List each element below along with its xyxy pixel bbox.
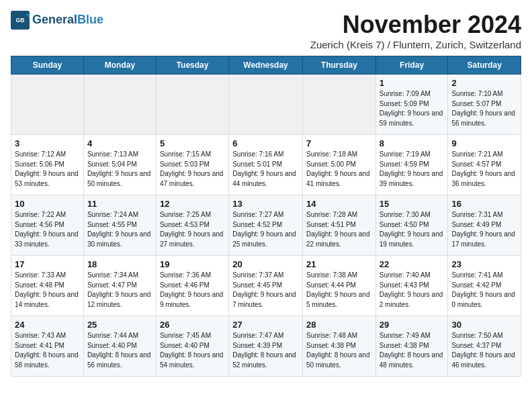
day-number: 18: [87, 259, 152, 269]
day-info: Sunrise: 7:09 AM Sunset: 5:09 PM Dayligh…: [380, 89, 445, 128]
logo-blue: Blue: [77, 13, 103, 26]
logo-icon: GB: [11, 11, 30, 30]
day-number: 28: [306, 320, 372, 330]
day-info: Sunrise: 7:34 AM Sunset: 4:47 PM Dayligh…: [87, 271, 152, 310]
day-number: 3: [15, 138, 80, 148]
day-number: 23: [451, 259, 517, 269]
header-day-tuesday: Tuesday: [156, 56, 228, 75]
day-number: 22: [380, 259, 445, 269]
day-number: 20: [232, 259, 299, 269]
svg-text:GB: GB: [16, 17, 25, 24]
day-number: 2: [451, 78, 517, 88]
day-info: Sunrise: 7:38 AM Sunset: 4:44 PM Dayligh…: [306, 271, 372, 310]
day-number: 17: [15, 259, 80, 269]
day-info: Sunrise: 7:10 AM Sunset: 5:07 PM Dayligh…: [451, 89, 517, 128]
day-number: 26: [160, 320, 225, 330]
day-info: Sunrise: 7:37 AM Sunset: 4:45 PM Dayligh…: [232, 271, 299, 310]
day-info: Sunrise: 7:13 AM Sunset: 5:04 PM Dayligh…: [87, 150, 152, 189]
day-number: 13: [232, 199, 299, 209]
day-cell: 24Sunrise: 7:43 AM Sunset: 4:41 PM Dayli…: [11, 316, 84, 377]
day-number: 29: [380, 320, 445, 330]
day-info: Sunrise: 7:49 AM Sunset: 4:38 PM Dayligh…: [380, 331, 445, 370]
calendar-table: SundayMondayTuesdayWednesdayThursdayFrid…: [11, 56, 521, 377]
day-number: 9: [451, 138, 517, 148]
day-info: Sunrise: 7:50 AM Sunset: 4:37 PM Dayligh…: [451, 331, 517, 370]
header-day-saturday: Saturday: [448, 56, 521, 75]
month-title: November 2024: [310, 11, 521, 39]
week-row-4: 17Sunrise: 7:33 AM Sunset: 4:48 PM Dayli…: [11, 256, 521, 316]
day-number: 21: [306, 259, 372, 269]
day-number: 7: [306, 138, 372, 148]
day-info: Sunrise: 7:28 AM Sunset: 4:51 PM Dayligh…: [306, 210, 372, 249]
day-number: 11: [87, 199, 152, 209]
day-cell: 23Sunrise: 7:41 AM Sunset: 4:42 PM Dayli…: [448, 256, 521, 316]
day-info: Sunrise: 7:21 AM Sunset: 4:57 PM Dayligh…: [451, 150, 517, 189]
day-number: 4: [87, 138, 152, 148]
day-cell: 4Sunrise: 7:13 AM Sunset: 5:04 PM Daylig…: [83, 135, 156, 195]
day-number: 19: [160, 259, 225, 269]
day-info: Sunrise: 7:36 AM Sunset: 4:46 PM Dayligh…: [160, 271, 225, 310]
day-cell: 14Sunrise: 7:28 AM Sunset: 4:51 PM Dayli…: [302, 195, 375, 256]
day-cell: 20Sunrise: 7:37 AM Sunset: 4:45 PM Dayli…: [229, 256, 303, 316]
day-info: Sunrise: 7:24 AM Sunset: 4:55 PM Dayligh…: [87, 210, 152, 249]
day-info: Sunrise: 7:33 AM Sunset: 4:48 PM Dayligh…: [15, 271, 80, 310]
day-cell: 9Sunrise: 7:21 AM Sunset: 4:57 PM Daylig…: [448, 135, 521, 195]
day-cell: 21Sunrise: 7:38 AM Sunset: 4:44 PM Dayli…: [302, 256, 375, 316]
header-day-wednesday: Wednesday: [229, 56, 303, 75]
day-info: Sunrise: 7:47 AM Sunset: 4:39 PM Dayligh…: [232, 331, 299, 370]
day-info: Sunrise: 7:12 AM Sunset: 5:06 PM Dayligh…: [15, 150, 80, 189]
day-info: Sunrise: 7:19 AM Sunset: 4:59 PM Dayligh…: [380, 150, 445, 189]
day-info: Sunrise: 7:25 AM Sunset: 4:53 PM Dayligh…: [160, 210, 225, 249]
header-row: SundayMondayTuesdayWednesdayThursdayFrid…: [11, 56, 521, 75]
day-cell: 29Sunrise: 7:49 AM Sunset: 4:38 PM Dayli…: [375, 316, 448, 377]
day-cell: 8Sunrise: 7:19 AM Sunset: 4:59 PM Daylig…: [375, 135, 448, 195]
header-day-monday: Monday: [83, 56, 156, 75]
day-cell: 16Sunrise: 7:31 AM Sunset: 4:49 PM Dayli…: [448, 195, 521, 256]
day-cell: 12Sunrise: 7:25 AM Sunset: 4:53 PM Dayli…: [156, 195, 228, 256]
day-cell: [302, 75, 375, 135]
day-number: 24: [15, 320, 80, 330]
day-info: Sunrise: 7:27 AM Sunset: 4:52 PM Dayligh…: [232, 210, 299, 249]
logo: GB GeneralBlue: [11, 11, 103, 30]
day-info: Sunrise: 7:45 AM Sunset: 4:40 PM Dayligh…: [160, 331, 225, 370]
day-cell: 6Sunrise: 7:16 AM Sunset: 5:01 PM Daylig…: [229, 135, 303, 195]
day-number: 30: [451, 320, 517, 330]
calendar-header: SundayMondayTuesdayWednesdayThursdayFrid…: [11, 56, 521, 75]
day-info: Sunrise: 7:18 AM Sunset: 5:00 PM Dayligh…: [306, 150, 372, 189]
header-day-thursday: Thursday: [302, 56, 375, 75]
day-info: Sunrise: 7:30 AM Sunset: 4:50 PM Dayligh…: [380, 210, 445, 249]
day-info: Sunrise: 7:15 AM Sunset: 5:03 PM Dayligh…: [160, 150, 225, 189]
week-row-1: 1Sunrise: 7:09 AM Sunset: 5:09 PM Daylig…: [11, 75, 521, 135]
week-row-3: 10Sunrise: 7:22 AM Sunset: 4:56 PM Dayli…: [11, 195, 521, 256]
day-cell: 5Sunrise: 7:15 AM Sunset: 5:03 PM Daylig…: [156, 135, 228, 195]
day-cell: 30Sunrise: 7:50 AM Sunset: 4:37 PM Dayli…: [448, 316, 521, 377]
day-cell: 19Sunrise: 7:36 AM Sunset: 4:46 PM Dayli…: [156, 256, 228, 316]
day-cell: 1Sunrise: 7:09 AM Sunset: 5:09 PM Daylig…: [375, 75, 448, 135]
day-number: 8: [380, 138, 445, 148]
day-info: Sunrise: 7:40 AM Sunset: 4:43 PM Dayligh…: [380, 271, 445, 310]
day-cell: 13Sunrise: 7:27 AM Sunset: 4:52 PM Dayli…: [229, 195, 303, 256]
day-number: 10: [15, 199, 80, 209]
day-cell: 27Sunrise: 7:47 AM Sunset: 4:39 PM Dayli…: [229, 316, 303, 377]
day-number: 1: [380, 78, 445, 88]
day-cell: 2Sunrise: 7:10 AM Sunset: 5:07 PM Daylig…: [448, 75, 521, 135]
day-number: 27: [232, 320, 299, 330]
header-day-friday: Friday: [375, 56, 448, 75]
calendar-body: 1Sunrise: 7:09 AM Sunset: 5:09 PM Daylig…: [11, 75, 521, 377]
week-row-2: 3Sunrise: 7:12 AM Sunset: 5:06 PM Daylig…: [11, 135, 521, 195]
day-cell: 7Sunrise: 7:18 AM Sunset: 5:00 PM Daylig…: [302, 135, 375, 195]
day-cell: 11Sunrise: 7:24 AM Sunset: 4:55 PM Dayli…: [83, 195, 156, 256]
day-cell: 18Sunrise: 7:34 AM Sunset: 4:47 PM Dayli…: [83, 256, 156, 316]
week-row-5: 24Sunrise: 7:43 AM Sunset: 4:41 PM Dayli…: [11, 316, 521, 377]
day-cell: [229, 75, 303, 135]
header-day-sunday: Sunday: [11, 56, 84, 75]
title-section: November 2024 Zuerich (Kreis 7) / Flunte…: [310, 11, 521, 50]
day-cell: 26Sunrise: 7:45 AM Sunset: 4:40 PM Dayli…: [156, 316, 228, 377]
day-info: Sunrise: 7:41 AM Sunset: 4:42 PM Dayligh…: [451, 271, 517, 310]
day-cell: 10Sunrise: 7:22 AM Sunset: 4:56 PM Dayli…: [11, 195, 84, 256]
location-subtitle: Zuerich (Kreis 7) / Fluntern, Zurich, Sw…: [310, 39, 521, 50]
day-cell: 15Sunrise: 7:30 AM Sunset: 4:50 PM Dayli…: [375, 195, 448, 256]
day-cell: 3Sunrise: 7:12 AM Sunset: 5:06 PM Daylig…: [11, 135, 84, 195]
day-info: Sunrise: 7:31 AM Sunset: 4:49 PM Dayligh…: [451, 210, 517, 249]
logo-general: General: [32, 13, 77, 26]
